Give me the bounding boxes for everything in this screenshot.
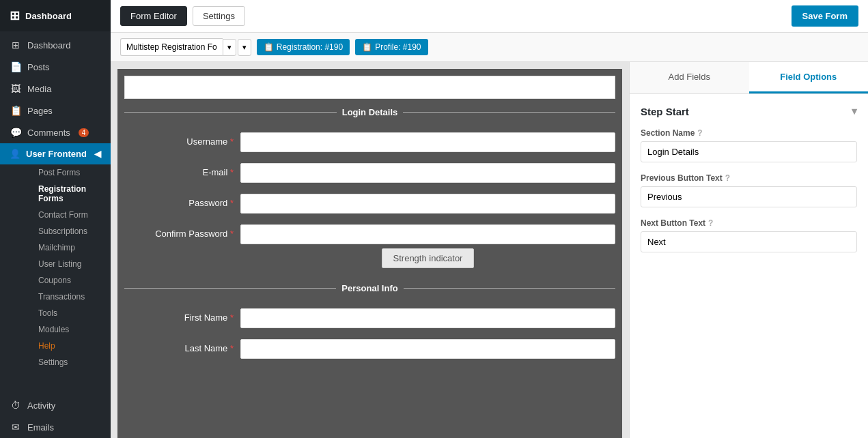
registration-link-label: Registration: #190 [277,42,343,52]
section-login-label: Login Details [342,107,398,117]
form-editor: Login Details Username * E-mail * [111,62,629,438]
sidebar-emails-label: Emails [27,422,54,433]
user-frontend-arrow-icon: ◀ [94,149,101,159]
profile-link-button[interactable]: 📋 Profile: #190 [355,39,428,55]
password-label: Password * [124,194,234,208]
strength-indicator-button[interactable]: Strength indicator [382,248,475,268]
sidebar-item-label: Comments [27,128,70,138]
field-row-firstname: First Name * [124,303,615,334]
sidebar-item-tools[interactable]: Tools [19,305,111,321]
sidebar-item-pages[interactable]: 📋 Pages [0,100,111,121]
chevron-down-icon[interactable]: ▾ [852,105,857,117]
sidebar-item-emails[interactable]: ✉ Emails [0,416,111,438]
sidebar-uf-label: User Frontend [26,149,87,159]
lastname-input[interactable] [240,339,615,359]
tab-settings[interactable]: Settings [193,6,245,26]
sidebar-item-activity[interactable]: ⏱ Activity [0,394,111,416]
panel-body: Step Start ▾ Section Name ? Previous But… [630,94,868,274]
sidebar-item-label: Media [27,84,51,94]
sidebar-item-contact-form[interactable]: Contact Form [19,207,111,223]
section-name-label-text: Section Name [641,128,695,138]
form-select-dropdown-icon[interactable]: ▾ [223,39,236,56]
form-select-name[interactable]: Multistep Registration Fo [120,38,223,56]
prev-button-group: Previous Button Text ? [641,173,857,207]
pages-icon: 📋 [10,105,22,116]
sidebar-item-settings[interactable]: Settings [19,354,111,370]
firstname-input[interactable] [240,308,615,328]
sidebar-item-transactions[interactable]: Transactions [19,289,111,305]
dashboard-icon: ⊞ [10,8,20,23]
tab-add-fields[interactable]: Add Fields [630,62,749,93]
form-select-wrap: Multistep Registration Fo ▾ ▾ [120,38,251,56]
panel-section-title: Step Start ▾ [641,105,857,117]
next-button-input[interactable] [641,231,857,252]
prev-button-help-icon[interactable]: ? [725,173,730,183]
sidebar-item-dashboard[interactable]: ⊞ Dashboard [0,34,111,56]
lastname-label: Last Name * [124,339,234,353]
sidebar-item-comments[interactable]: 💬 Comments 4 [0,121,111,143]
sidebar-item-modules[interactable]: Modules [19,321,111,338]
prev-button-input[interactable] [641,186,857,207]
login-fields-block: Username * E-mail * Password * [117,123,622,278]
lastname-required: * [230,343,234,353]
password-required: * [230,198,234,208]
section-name-input[interactable] [641,141,857,162]
sidebar-item-label: Pages [27,106,53,116]
emails-icon: ✉ [10,422,22,433]
field-row-lastname: Last Name * [124,334,615,364]
panel-tabs: Add Fields Field Options [630,62,868,94]
username-input[interactable] [240,132,615,152]
media-icon: 🖼 [10,83,22,94]
form-title-input[interactable] [125,76,615,98]
registration-icon: 📋 [264,42,274,52]
dashboard-nav-icon: ⊞ [10,40,22,50]
sidebar-item-user-frontend[interactable]: 👤 User Frontend ◀ [0,143,111,164]
prev-button-label: Previous Button Text ? [641,173,857,183]
next-button-label: Next Button Text ? [641,218,857,228]
field-row-confirm-password: Confirm Password * Strength indicator [124,219,615,274]
form-title-bar [124,76,615,99]
save-form-button[interactable]: Save Form [792,5,858,27]
section-header-personal: Personal Info [117,278,622,299]
sidebar-item-post-forms[interactable]: Post Forms [19,164,111,181]
sidebar-item-label: Posts [27,62,50,72]
username-label: Username * [124,132,234,147]
section-header-login: Login Details [117,102,622,123]
email-input[interactable] [240,163,615,183]
sidebar-item-posts[interactable]: 📄 Posts [0,56,111,78]
section-personal-label: Personal Info [341,283,397,293]
confirm-password-input[interactable] [240,224,615,244]
topbar: Form Editor Settings Save Form [111,0,868,33]
registration-link-button[interactable]: 📋 Registration: #190 [257,39,350,55]
sidebar-item-mailchimp[interactable]: Mailchimp [19,239,111,256]
sidebar-item-user-listing[interactable]: User Listing [19,256,111,272]
sidebar-item-subscriptions[interactable]: Subscriptions [19,223,111,239]
strength-indicator-wrap: Strength indicator [240,248,615,268]
password-input[interactable] [240,194,615,214]
sidebar-item-label: Dashboard [27,40,71,50]
username-required: * [230,136,234,147]
tab-field-options[interactable]: Field Options [749,62,869,93]
sidebar-item-media[interactable]: 🖼 Media [0,78,111,100]
email-label: E-mail * [124,163,234,177]
prev-button-label-text: Previous Button Text [641,173,723,183]
sidebar-main-items: ⊞ Dashboard 📄 Posts 🖼 Media 📋 Pages 💬 Co… [0,31,111,373]
personal-fields-block: First Name * Last Name * [117,299,622,368]
sidebar-item-registration-forms[interactable]: Registration Forms [19,181,111,207]
content-area: Login Details Username * E-mail * [111,62,868,438]
sidebar-bottom: ⏱ Activity ✉ Emails [0,394,111,438]
posts-icon: 📄 [10,61,22,72]
panel-section-name: Step Start [641,106,689,117]
tab-form-editor[interactable]: Form Editor [120,6,187,26]
sidebar-logo-label: Dashboard [25,11,72,21]
next-button-help-icon[interactable]: ? [708,218,713,228]
form-select-secondary-icon[interactable]: ▾ [238,39,251,56]
sidebar-item-coupons[interactable]: Coupons [19,272,111,289]
confirm-password-label: Confirm Password * [124,224,234,239]
form-canvas: Login Details Username * E-mail * [117,69,622,438]
sidebar-item-help[interactable]: Help [19,338,111,354]
sidebar-logo[interactable]: ⊞ Dashboard [0,0,111,31]
section-name-help-icon[interactable]: ? [697,128,702,138]
email-required: * [230,167,234,177]
activity-icon: ⏱ [10,400,22,411]
